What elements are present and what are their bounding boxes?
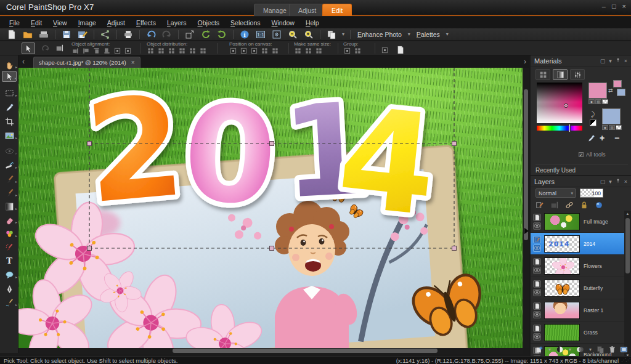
menu-window[interactable]: Window: [266, 18, 300, 28]
menu-adjust[interactable]: Adjust: [102, 18, 131, 28]
fg-color-button[interactable]: ◆: [588, 99, 595, 104]
image-information-icon[interactable]: [238, 29, 251, 40]
menu-view[interactable]: View: [47, 18, 73, 28]
hue-bar[interactable]: [537, 126, 582, 131]
space-evenly-h-icon[interactable]: [261, 47, 269, 54]
chevron-down-icon[interactable]: ▾: [445, 31, 450, 37]
chevron-down-icon[interactable]: ▾: [609, 179, 612, 185]
color-field-marker[interactable]: [564, 103, 568, 108]
horizontal-scrollbar[interactable]: [18, 348, 523, 354]
airbrush-tool[interactable]: [2, 241, 17, 253]
horizontal-scrollbar-thumb[interactable]: [173, 349, 438, 353]
visibility-eye-icon[interactable]: [533, 245, 541, 252]
black-white-reset-icon[interactable]: [590, 119, 596, 126]
remove-swatch-button[interactable]: −: [614, 133, 619, 143]
eraser-tool[interactable]: ▸: [2, 214, 17, 225]
rotate-left-icon[interactable]: [199, 29, 213, 40]
layer-type-icon[interactable]: [533, 325, 541, 332]
align-bottom-icon[interactable]: [82, 47, 90, 54]
tab-scroll-left-icon[interactable]: ‹: [22, 57, 25, 66]
delete-layer-icon[interactable]: [608, 346, 616, 354]
distribute-top-icon[interactable]: [147, 47, 155, 54]
distribute-center-icon[interactable]: [189, 47, 196, 55]
menu-selections[interactable]: Selections: [225, 18, 266, 28]
layer-thumbnail[interactable]: [544, 257, 580, 275]
new-mask-layer-icon[interactable]: [556, 346, 564, 354]
distribute-right-icon[interactable]: [200, 47, 206, 55]
all-tools-checkbox[interactable]: ✓: [579, 152, 584, 157]
menu-layers[interactable]: Layers: [161, 18, 192, 28]
background-swatch[interactable]: [602, 108, 621, 124]
layer-thumbnail[interactable]: [544, 213, 580, 230]
visibility-eye-icon[interactable]: [533, 333, 541, 341]
color-field[interactable]: [537, 83, 582, 123]
lock-transparency-icon[interactable]: [580, 201, 588, 209]
zoom-in-icon[interactable]: [302, 29, 316, 40]
layer-type-icon[interactable]: [533, 214, 541, 221]
paint-brush-tool[interactable]: ▸: [2, 187, 17, 198]
one-to-one-icon[interactable]: [254, 29, 267, 40]
add-swatch-button[interactable]: +: [600, 133, 605, 143]
save-icon[interactable]: [60, 29, 73, 40]
close-button[interactable]: ×: [622, 2, 626, 10]
pan-tool[interactable]: ▸: [2, 59, 17, 70]
layer-type-icon[interactable]: [533, 258, 541, 265]
menu-help[interactable]: Help: [300, 18, 325, 28]
fit-to-window-icon[interactable]: [270, 29, 283, 40]
open-icon[interactable]: [21, 29, 35, 40]
distribute-bottom-icon[interactable]: [168, 47, 176, 54]
pick-tool[interactable]: ▸: [2, 71, 17, 82]
bg-gradient-button[interactable]: ▨: [609, 125, 615, 130]
chevron-down-icon[interactable]: ▾: [588, 347, 593, 352]
dropper-tool[interactable]: [2, 102, 17, 113]
chevron-down-icon[interactable]: ▾: [609, 58, 612, 64]
edit-selection-toggle-icon[interactable]: [620, 346, 628, 354]
menu-objects[interactable]: Objects: [192, 18, 225, 28]
fill-tool[interactable]: ▸: [2, 201, 17, 212]
crop-tool[interactable]: [2, 116, 17, 127]
opacity-slider[interactable]: 100: [580, 188, 603, 198]
layer-type-icon[interactable]: [533, 280, 541, 288]
layers-scrollbar[interactable]: ▲ ▼: [624, 211, 631, 358]
warp-brush-tool[interactable]: ▸: [2, 297, 17, 308]
foreground-swatch[interactable]: [588, 83, 607, 99]
distribute-middle-icon[interactable]: [157, 47, 165, 54]
space-evenly-v-icon[interactable]: [271, 47, 279, 54]
edit-selection-icon[interactable]: [535, 201, 544, 209]
zoom-out-icon[interactable]: [286, 29, 299, 40]
visibility-eye-icon[interactable]: [533, 311, 541, 318]
eyedropper-icon[interactable]: [587, 134, 595, 142]
center-horizontal-icon[interactable]: [240, 47, 248, 54]
bg-pattern-button[interactable]: [616, 125, 622, 130]
preset-shapes-tool[interactable]: ▸: [2, 269, 17, 280]
link-layers-icon[interactable]: [565, 201, 574, 209]
selection-tool[interactable]: ▸: [2, 87, 17, 99]
vertical-scrollbar[interactable]: [523, 68, 529, 348]
menu-effects[interactable]: Effects: [131, 18, 161, 28]
align-top-icon[interactable]: [71, 47, 79, 54]
align-center-h-icon[interactable]: [113, 47, 121, 54]
layer-thumbnail[interactable]: [544, 280, 580, 297]
mini-swap-icon[interactable]: ⇄: [608, 87, 613, 94]
chevron-down-icon[interactable]: ▾: [547, 347, 552, 352]
mini-foreground-swatch[interactable]: [613, 80, 622, 87]
pen-tool[interactable]: [2, 283, 17, 294]
copy-special-icon[interactable]: [325, 29, 338, 40]
visibility-eye-icon[interactable]: [533, 222, 541, 230]
layer-row-flowers[interactable]: Flowers: [531, 255, 624, 277]
scan-icon[interactable]: [37, 29, 51, 40]
workspace-tab-adjust[interactable]: Adjust: [289, 4, 325, 16]
makeover-tool[interactable]: ▸: [2, 160, 17, 171]
layer-row-2014[interactable]: 2014 2014: [531, 233, 624, 255]
share-icon[interactable]: [99, 29, 112, 40]
new-icon[interactable]: [5, 29, 18, 40]
chevron-down-icon[interactable]: ▾: [407, 31, 412, 37]
layer-thumbnail[interactable]: 2014: [544, 235, 580, 253]
menu-image[interactable]: Image: [73, 18, 102, 28]
canvas[interactable]: 2 0 1 4: [18, 68, 523, 348]
new-layer-icon[interactable]: [535, 346, 543, 354]
new-adjustment-layer-icon[interactable]: [576, 346, 584, 354]
distribute-left-icon[interactable]: [179, 47, 185, 55]
layer-row-raster1[interactable]: Raster 1: [531, 299, 624, 322]
tab-scroll-right-icon[interactable]: ›: [524, 57, 526, 66]
